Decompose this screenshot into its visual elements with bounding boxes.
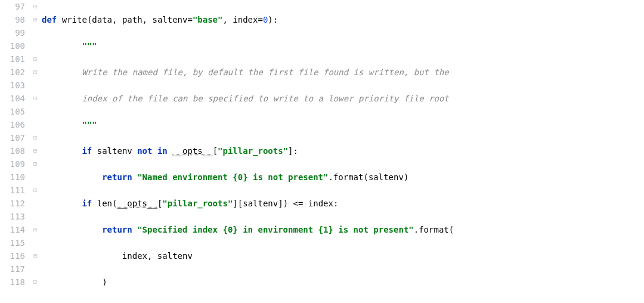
fold-toggle-icon[interactable]: ⊡ <box>31 52 39 66</box>
fold-column: ⊟ ⊟ ⊡ ⊟ ⊟ ⊡ ⊟ ⊟ ⊡ ⊟ ⊟ ⊡ <box>31 0 39 303</box>
code-line[interactable]: return "Named environment {0} is not pre… <box>42 171 644 184</box>
line-number: 106 <box>0 118 25 131</box>
line-number: 111 <box>0 184 25 197</box>
code-line[interactable]: if len(__opts__["pillar_roots"][saltenv]… <box>42 197 644 210</box>
line-number: 101 <box>0 52 25 66</box>
line-number: 104 <box>0 92 25 105</box>
line-number: 98 <box>0 13 25 26</box>
line-number-gutter: 97 98 99 100 101 102 103 104 105 106 107… <box>0 0 31 303</box>
code-line[interactable]: Write the named file, by default the fir… <box>42 66 644 79</box>
code-line[interactable]: ) <box>42 276 644 289</box>
line-number: 109 <box>0 157 25 171</box>
line-number: 114 <box>0 223 25 236</box>
line-number: 103 <box>0 79 25 92</box>
code-line[interactable]: """ <box>42 118 644 131</box>
code-line[interactable]: index of the file can be specified to wr… <box>42 92 644 105</box>
line-number: 113 <box>0 210 25 223</box>
line-number: 117 <box>0 262 25 276</box>
fold-toggle-icon[interactable]: ⊟ <box>31 0 39 13</box>
line-number: 102 <box>0 66 25 79</box>
code-line[interactable]: def write(data, path, saltenv="base", in… <box>42 13 644 26</box>
fold-toggle-icon[interactable]: ⊟ <box>31 157 39 171</box>
fold-toggle-icon[interactable]: ⊟ <box>31 249 39 262</box>
line-number: 105 <box>0 105 25 118</box>
fold-toggle-icon[interactable]: ⊟ <box>31 92 39 105</box>
code-line[interactable]: if saltenv not in __opts__["pillar_roots… <box>42 144 644 157</box>
line-number: 118 <box>0 276 25 289</box>
fold-toggle-icon[interactable]: ⊟ <box>31 144 39 157</box>
fold-toggle-icon[interactable]: ⊟ <box>31 66 39 79</box>
line-number: 112 <box>0 197 25 210</box>
fold-toggle-icon[interactable]: ⊟ <box>31 223 39 236</box>
line-number: 97 <box>0 0 25 13</box>
line-number: 100 <box>0 39 25 52</box>
fold-toggle-icon[interactable]: ⊟ <box>31 13 39 26</box>
fold-toggle-icon[interactable]: ⊡ <box>31 276 39 289</box>
code-editor[interactable]: def write(data, path, saltenv="base", in… <box>39 0 644 303</box>
line-number: 107 <box>0 131 25 144</box>
line-number: 116 <box>0 249 25 262</box>
code-line[interactable]: return "Specified index {0} in environme… <box>42 223 644 236</box>
fold-toggle-icon[interactable]: ⊡ <box>31 184 39 197</box>
line-number: 115 <box>0 236 25 249</box>
line-number: 110 <box>0 171 25 184</box>
line-number: 108 <box>0 144 25 157</box>
code-line[interactable]: index, saltenv <box>42 249 644 262</box>
line-number: 99 <box>0 26 25 39</box>
code-line[interactable]: """ <box>42 39 644 52</box>
fold-toggle-icon[interactable]: ⊡ <box>31 131 39 144</box>
